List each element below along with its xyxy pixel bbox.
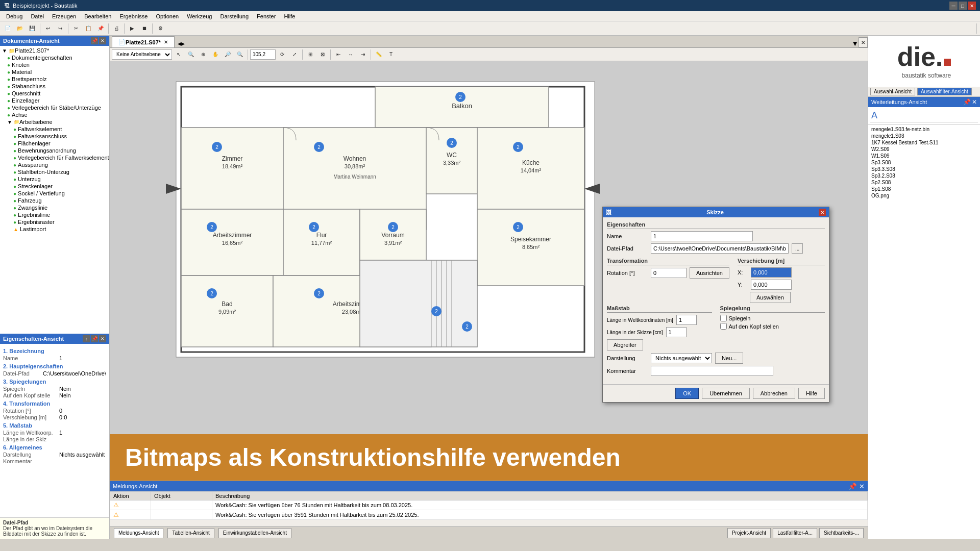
dialog-y-input[interactable] bbox=[751, 280, 792, 290]
tab-menu-btn[interactable]: ▼ bbox=[851, 39, 859, 47]
snap-toggle[interactable]: ⊠ bbox=[317, 49, 328, 60]
zoom-fit[interactable]: ⤢ bbox=[289, 49, 300, 60]
tree-item-stabanchluss[interactable]: ● Stabanchluss bbox=[1, 83, 108, 90]
props-panel-pin-btn[interactable]: 📌 bbox=[91, 335, 98, 342]
zoom-in-tool[interactable]: 🔎 bbox=[222, 49, 233, 60]
zoom-input[interactable] bbox=[250, 49, 276, 60]
file-item-9[interactable]: Sp1.S08 bbox=[869, 186, 979, 192]
paste-btn[interactable]: 📌 bbox=[95, 23, 106, 34]
tree-item-unterzug[interactable]: ● Unterzug bbox=[1, 176, 108, 183]
bottom-tab-sichtbar[interactable]: Sichtbarkeits-... bbox=[819, 528, 864, 538]
dialog-abbrechen-btn[interactable]: Abbrechen bbox=[753, 388, 795, 399]
zoom-apply[interactable]: ⟳ bbox=[277, 49, 288, 60]
status-tab-einwirkung[interactable]: Einwirkungstabellen-Ansicht bbox=[218, 528, 291, 538]
redo-btn[interactable]: ↪ bbox=[55, 23, 66, 34]
bottom-tab-lastfall[interactable]: Lastfallfilter-A... bbox=[773, 528, 817, 538]
tab-platte21[interactable]: 📄 Platte21.S07* ✕ bbox=[112, 36, 175, 47]
dialog-aufkopf-checkbox[interactable] bbox=[720, 323, 727, 330]
file-item-4[interactable]: W1.S09 bbox=[869, 153, 979, 159]
tree-item-flaechenlager[interactable]: ● Flächenlager bbox=[1, 140, 108, 147]
tree-item-ergebnislinie[interactable]: ● Ergebnislinie bbox=[1, 211, 108, 218]
tree-item-aussparung[interactable]: ● Aussparung bbox=[1, 161, 108, 168]
tab-close-all-btn[interactable]: ✕ bbox=[859, 37, 868, 47]
menu-werkzeug[interactable]: Werkzeug bbox=[183, 12, 216, 20]
zoom-out-tool[interactable]: 🔍 bbox=[234, 49, 246, 60]
msg-panel-close[interactable]: ✕ bbox=[859, 483, 865, 490]
open-btn[interactable]: 📂 bbox=[14, 23, 26, 34]
auswahl-ansicht-btn[interactable]: Auswahl-Ansicht bbox=[870, 88, 915, 95]
stop-btn[interactable]: ⏹ bbox=[139, 23, 150, 34]
tree-item-sockel[interactable]: ● Sockel / Vertiefung bbox=[1, 190, 108, 197]
zoom-circle-tool[interactable]: 🔍 bbox=[185, 49, 197, 60]
maximize-button[interactable]: □ bbox=[959, 2, 967, 10]
minimize-button[interactable]: ─ bbox=[949, 2, 958, 10]
file-item-6[interactable]: Sp3.3.S08 bbox=[869, 166, 979, 172]
wl-pin-btn[interactable]: 📌 bbox=[963, 98, 971, 106]
measure-tool[interactable]: 📏 bbox=[373, 49, 384, 60]
menu-bearbeiten[interactable]: Bearbeiten bbox=[80, 12, 115, 20]
dialog-neu-btn[interactable]: Neu... bbox=[715, 353, 743, 364]
tree-item-stahlbeton-unterzug[interactable]: ● Stahlbeton-Unterzug bbox=[1, 168, 108, 176]
tree-item-bewehrungsanordnung[interactable]: ● Bewehrungsanordnung bbox=[1, 147, 108, 154]
align-right[interactable]: ⇥ bbox=[357, 49, 369, 60]
dialog-laenge-welt-input[interactable] bbox=[676, 315, 697, 325]
tree-item-brettsperrholz[interactable]: ● Brettsperrholz bbox=[1, 76, 108, 83]
file-item-7[interactable]: Sp3.2.S08 bbox=[869, 172, 979, 179]
file-item-5[interactable]: Sp3.S08 bbox=[869, 159, 979, 166]
auswahlfilter-ansicht-btn[interactable]: Auswahlfilter-Ansicht bbox=[917, 88, 972, 95]
dialog-hilfe-btn[interactable]: Hilfe bbox=[798, 388, 825, 399]
undo-btn[interactable]: ↩ bbox=[42, 23, 54, 34]
tree-item-streckenlager[interactable]: ● Streckenlager bbox=[1, 183, 108, 190]
file-item-0[interactable]: mengele1.S03.fe-netz.bin bbox=[869, 126, 979, 133]
menu-erzeugen[interactable]: Erzeugen bbox=[48, 12, 80, 20]
text-tool[interactable]: T bbox=[385, 49, 397, 60]
dialog-close-btn[interactable]: ✕ bbox=[819, 209, 826, 216]
file-item-10[interactable]: OG.png bbox=[869, 192, 979, 199]
dialog-spiegeln-checkbox[interactable] bbox=[720, 315, 727, 321]
pan-tool[interactable]: ✋ bbox=[210, 49, 221, 60]
tree-root[interactable]: ▼ 📁 Platte21.S07* bbox=[1, 47, 108, 54]
props-panel-sort-btn[interactable]: ↕ bbox=[83, 335, 90, 342]
tree-item-knoten[interactable]: ● Knoten bbox=[1, 61, 108, 68]
save-btn[interactable]: 💾 bbox=[27, 23, 38, 34]
dialog-x-input[interactable] bbox=[751, 267, 792, 278]
tree-item-dokumenteigenschaften[interactable]: ● Dokumenteigenschaften bbox=[1, 54, 108, 61]
menu-fenster[interactable]: Fenster bbox=[253, 12, 280, 20]
props-panel-close-btn[interactable]: ✕ bbox=[99, 335, 106, 342]
dialog-name-input[interactable] bbox=[651, 231, 753, 241]
arbeitsebene-dropdown[interactable]: Keine Arbeitsebene bbox=[112, 49, 172, 60]
dialog-laenge-skizze-input[interactable] bbox=[666, 327, 687, 337]
tree-item-lastimport[interactable]: ▲ Lastimport bbox=[1, 226, 108, 233]
menu-darstellung[interactable]: Darstellung bbox=[216, 12, 253, 20]
tree-item-arbeitsebene[interactable]: ▼ 📁 Arbeitsebene bbox=[1, 118, 108, 126]
dialog-browse-btn[interactable]: ... bbox=[792, 243, 803, 254]
dialog-rotation-input[interactable] bbox=[651, 268, 687, 278]
tab-close-btn[interactable]: ✕ bbox=[164, 39, 168, 45]
tree-item-querschnitt[interactable]: ● Querschnitt bbox=[1, 90, 108, 97]
align-left[interactable]: ⇤ bbox=[333, 49, 344, 60]
menu-ergebnisse[interactable]: Ergebnisse bbox=[115, 12, 152, 20]
tree-item-verlegebereich-faltwerkselemente[interactable]: ● Verlegebereich für Faltwerkselemente bbox=[1, 154, 108, 161]
dialog-ausrichten-btn[interactable]: Ausrichten bbox=[690, 267, 729, 279]
menu-hilfe[interactable]: Hilfe bbox=[280, 12, 299, 20]
dialog-auswaehlen-btn[interactable]: Auswählen bbox=[750, 292, 791, 303]
dialog-abgreifer-btn[interactable]: Abgreifer bbox=[607, 339, 643, 350]
zoom-area-tool[interactable]: ⊕ bbox=[198, 49, 209, 60]
dialog-kommentar-input[interactable] bbox=[651, 366, 773, 376]
tree-item-ergebnisraster[interactable]: ● Ergebnisraster bbox=[1, 218, 108, 226]
settings-btn[interactable]: ⚙ bbox=[155, 23, 166, 34]
file-item-3[interactable]: W2.S09 bbox=[869, 146, 979, 153]
tab-scroll-right[interactable]: ▸ bbox=[181, 39, 185, 47]
tree-item-faltwerksanschluss[interactable]: ● Faltwerksanschluss bbox=[1, 133, 108, 140]
dialog-dateipfad-input[interactable] bbox=[651, 243, 789, 254]
menu-debug[interactable]: Debug bbox=[2, 12, 27, 20]
tree-item-verlegebereich-staebe[interactable]: ● Verlegebereich für Stäbe/Unterzüge bbox=[1, 104, 108, 111]
file-item-8[interactable]: Sp2.S08 bbox=[869, 179, 979, 186]
tree-item-faltwerkelement[interactable]: ● Faltwerkselement bbox=[1, 126, 108, 133]
close-button[interactable]: ✕ bbox=[968, 2, 976, 10]
tab-scroll-left[interactable]: ◂ bbox=[178, 39, 181, 47]
file-item-1[interactable]: mengele1.S03 bbox=[869, 133, 979, 139]
grid-toggle[interactable]: ⊞ bbox=[305, 49, 316, 60]
menu-datei[interactable]: Datei bbox=[27, 12, 48, 20]
menu-optionen[interactable]: Optionen bbox=[152, 12, 183, 20]
